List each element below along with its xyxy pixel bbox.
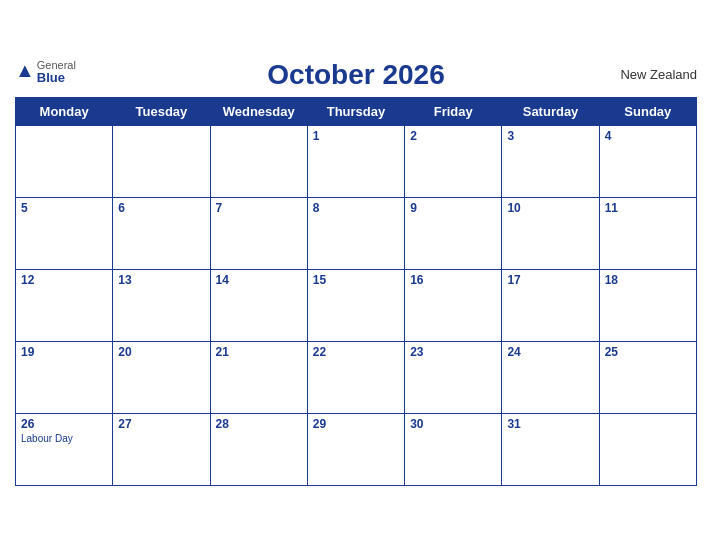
day-number: 10 [507,201,593,215]
day-number: 16 [410,273,496,287]
calendar-cell: 11 [599,198,696,270]
col-sunday: Sunday [599,98,696,126]
calendar-cell: 9 [405,198,502,270]
logo-blue-text: Blue [37,71,76,85]
calendar-table: Monday Tuesday Wednesday Thursday Friday… [15,97,697,486]
calendar-cell: 16 [405,270,502,342]
calendar-cell [16,126,113,198]
calendar-body: 1234567891011121314151617181920212223242… [16,126,697,486]
col-wednesday: Wednesday [210,98,307,126]
col-saturday: Saturday [502,98,599,126]
calendar-cell: 31 [502,414,599,486]
day-number: 27 [118,417,204,431]
day-number: 26 [21,417,107,431]
calendar-week-row: 19202122232425 [16,342,697,414]
day-number: 11 [605,201,691,215]
calendar-cell: 10 [502,198,599,270]
calendar-cell: 5 [16,198,113,270]
day-number: 12 [21,273,107,287]
logo-bird-icon: ▲ [15,59,35,82]
calendar-cell: 18 [599,270,696,342]
day-number: 1 [313,129,399,143]
day-number: 31 [507,417,593,431]
calendar-cell: 13 [113,270,210,342]
calendar-wrapper: ▲ General Blue October 2026 New Zealand … [0,49,712,501]
calendar-cell: 6 [113,198,210,270]
calendar-cell: 25 [599,342,696,414]
calendar-cell: 12 [16,270,113,342]
day-number: 8 [313,201,399,215]
calendar-cell: 21 [210,342,307,414]
day-number: 25 [605,345,691,359]
calendar-cell: 3 [502,126,599,198]
calendar-cell: 23 [405,342,502,414]
day-number: 21 [216,345,302,359]
calendar-cell: 7 [210,198,307,270]
calendar-cell: 29 [307,414,404,486]
day-number: 13 [118,273,204,287]
month-title: October 2026 [267,59,444,91]
calendar-cell [599,414,696,486]
calendar-week-row: 567891011 [16,198,697,270]
day-number: 15 [313,273,399,287]
calendar-cell: 20 [113,342,210,414]
day-number: 29 [313,417,399,431]
day-number: 18 [605,273,691,287]
calendar-cell: 2 [405,126,502,198]
calendar-cell: 8 [307,198,404,270]
calendar-week-row: 1234 [16,126,697,198]
calendar-cell: 15 [307,270,404,342]
calendar-cell [210,126,307,198]
day-number: 9 [410,201,496,215]
calendar-cell: 28 [210,414,307,486]
col-friday: Friday [405,98,502,126]
col-monday: Monday [16,98,113,126]
calendar-cell [113,126,210,198]
logo-area: ▲ General Blue [15,59,76,85]
calendar-cell: 27 [113,414,210,486]
calendar-cell: 24 [502,342,599,414]
day-number: 30 [410,417,496,431]
day-number: 28 [216,417,302,431]
weekday-header-row: Monday Tuesday Wednesday Thursday Friday… [16,98,697,126]
day-number: 7 [216,201,302,215]
calendar-cell: 14 [210,270,307,342]
day-number: 17 [507,273,593,287]
calendar-cell: 30 [405,414,502,486]
day-number: 24 [507,345,593,359]
day-number: 22 [313,345,399,359]
day-number: 3 [507,129,593,143]
day-number: 23 [410,345,496,359]
day-number: 2 [410,129,496,143]
calendar-cell: 4 [599,126,696,198]
day-number: 6 [118,201,204,215]
holiday-label: Labour Day [21,433,107,444]
calendar-cell: 17 [502,270,599,342]
col-tuesday: Tuesday [113,98,210,126]
calendar-header: ▲ General Blue October 2026 New Zealand [15,59,697,91]
day-number: 4 [605,129,691,143]
country-label: New Zealand [620,67,697,82]
day-number: 5 [21,201,107,215]
calendar-week-row: 26Labour Day2728293031 [16,414,697,486]
calendar-cell: 22 [307,342,404,414]
day-number: 20 [118,345,204,359]
col-thursday: Thursday [307,98,404,126]
calendar-cell: 26Labour Day [16,414,113,486]
day-number: 14 [216,273,302,287]
calendar-cell: 19 [16,342,113,414]
day-number: 19 [21,345,107,359]
calendar-cell: 1 [307,126,404,198]
calendar-week-row: 12131415161718 [16,270,697,342]
